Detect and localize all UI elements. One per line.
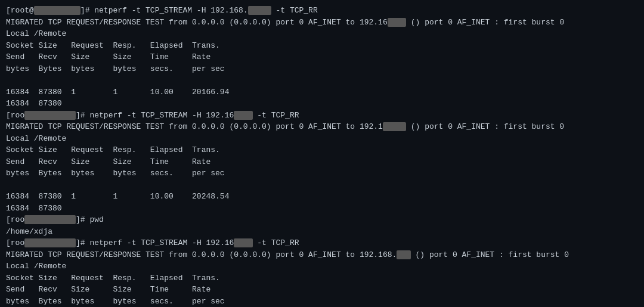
prompt-suffix-4: ]# netperf -t TCP_STREAM -H 192.16 -t TC… (76, 238, 299, 247)
line-9: 16384 87380 (6, 98, 638, 110)
line-8: 16384 87380 1 1 10.00 20166.94 (6, 86, 638, 98)
line-20: /home/xdja (6, 226, 638, 238)
line-10: [roo ]# netperf -t TCP_STREAM -H 192.16 … (6, 110, 638, 122)
line-6: bytes Bytes bytes bytes secs. per sec (6, 63, 638, 75)
redacted-hostname-4 (24, 238, 76, 247)
line-7 (6, 75, 638, 86)
terminal[interactable]: [root@ ]# netperf -t TCP_STREAM -H 192.1… (0, 0, 644, 307)
line-4: Socket Size Request Resp. Elapsed Trans. (6, 40, 638, 52)
prompt-suffix-1: ]# netperf -t TCP_STREAM -H 192.168. -t … (80, 6, 318, 15)
line-2: MIGRATED TCP REQUEST/RESPONSE TEST from … (6, 17, 638, 29)
line-1: [root@ ]# netperf -t TCP_STREAM -H 192.1… (6, 5, 638, 17)
line-22: MIGRATED TCP REQUEST/RESPONSE TEST from … (6, 249, 638, 261)
prompt-bracket-open-4: [roo (6, 238, 24, 247)
line-26: bytes Bytes bytes bytes secs. per sec (6, 296, 638, 308)
line-12: Local /Remote (6, 133, 638, 145)
prompt-suffix-2: ]# netperf -t TCP_STREAM -H 192.16 -t TC… (76, 111, 299, 120)
line-15: bytes Bytes bytes bytes secs. per sec (6, 168, 638, 179)
line-3: Local /Remote (6, 28, 638, 40)
prompt-bracket-open-3: [roo (6, 215, 24, 224)
prompt-suffix-3: ]# pwd (76, 215, 104, 224)
line-14: Send Recv Size Size Time Rate (6, 156, 638, 168)
line-21: [roo ]# netperf -t TCP_STREAM -H 192.16 … (6, 237, 638, 249)
prompt-bracket-open: [root@ (6, 6, 34, 15)
redacted-hostname-1 (34, 6, 80, 15)
line-17: 16384 87380 1 1 10.00 20248.54 (6, 191, 638, 203)
line-5: Send Recv Size Size Time Rate (6, 51, 638, 63)
redacted-hostname-2 (24, 111, 76, 120)
line-19: [roo ]# pwd (6, 214, 638, 226)
prompt-bracket-open-2: [roo (6, 111, 24, 120)
redacted-hostname-3 (24, 215, 76, 224)
line-16 (6, 179, 638, 191)
line-11: MIGRATED TCP REQUEST/RESPONSE TEST from … (6, 121, 638, 133)
line-18: 16384 87380 (6, 203, 638, 215)
line-24: Socket Size Request Resp. Elapsed Trans. (6, 272, 638, 284)
line-13: Socket Size Request Resp. Elapsed Trans. (6, 144, 638, 156)
line-25: Send Recv Size Size Time Rate (6, 284, 638, 296)
line-23: Local /Remote (6, 261, 638, 272)
